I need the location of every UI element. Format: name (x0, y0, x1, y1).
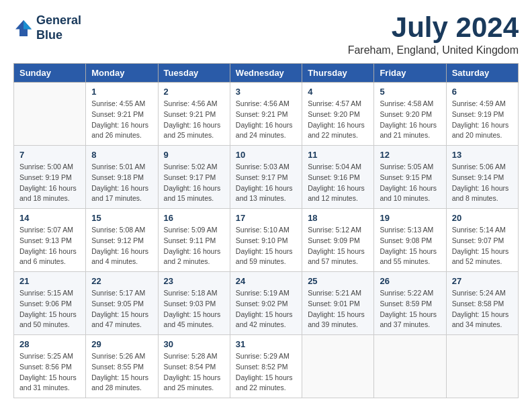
day-number: 5 (380, 87, 440, 97)
day-info: Sunrise: 5:00 AMSunset: 9:19 PMDaylight:… (19, 162, 80, 204)
calendar-cell: 30Sunrise: 5:28 AMSunset: 8:54 PMDayligh… (158, 335, 230, 398)
calendar-cell (302, 335, 374, 398)
day-number: 8 (91, 150, 152, 160)
day-info: Sunrise: 5:29 AMSunset: 8:52 PMDaylight:… (236, 351, 296, 394)
day-info: Sunrise: 5:12 AMSunset: 9:09 PMDaylight:… (308, 225, 368, 267)
day-number: 3 (236, 87, 296, 97)
calendar-cell: 27Sunrise: 5:24 AMSunset: 8:58 PMDayligh… (446, 272, 518, 335)
svg-marker-1 (24, 20, 32, 30)
weekday-header-monday: Monday (86, 64, 158, 83)
day-info: Sunrise: 5:02 AMSunset: 9:17 PMDaylight:… (164, 162, 224, 204)
calendar-week-1: 1Sunrise: 4:55 AMSunset: 9:21 PMDaylight… (14, 83, 519, 146)
weekday-header-tuesday: Tuesday (158, 64, 230, 83)
calendar-cell (446, 335, 518, 398)
day-number: 22 (91, 276, 152, 286)
day-info: Sunrise: 5:03 AMSunset: 9:17 PMDaylight:… (236, 162, 296, 204)
calendar-cell: 29Sunrise: 5:26 AMSunset: 8:55 PMDayligh… (86, 335, 158, 398)
location: Fareham, England, United Kingdom (348, 44, 519, 56)
calendar-cell (14, 83, 86, 146)
day-info: Sunrise: 5:14 AMSunset: 9:07 PMDaylight:… (452, 225, 513, 267)
day-number: 25 (308, 276, 368, 286)
calendar-table: SundayMondayTuesdayWednesdayThursdayFrid… (13, 63, 519, 398)
day-info: Sunrise: 5:09 AMSunset: 9:11 PMDaylight:… (164, 225, 224, 267)
weekday-header-sunday: Sunday (14, 64, 86, 83)
calendar-cell: 13Sunrise: 5:06 AMSunset: 9:14 PMDayligh… (446, 146, 518, 209)
calendar-cell: 12Sunrise: 5:05 AMSunset: 9:15 PMDayligh… (374, 146, 446, 209)
month-title: July 2024 (348, 13, 519, 42)
calendar-cell: 26Sunrise: 5:22 AMSunset: 8:59 PMDayligh… (374, 272, 446, 335)
day-number: 13 (452, 150, 513, 160)
day-number: 30 (164, 339, 224, 349)
day-info: Sunrise: 5:07 AMSunset: 9:13 PMDaylight:… (19, 225, 80, 267)
day-number: 9 (164, 150, 224, 160)
calendar-cell: 17Sunrise: 5:10 AMSunset: 9:10 PMDayligh… (230, 209, 302, 272)
calendar-cell: 1Sunrise: 4:55 AMSunset: 9:21 PMDaylight… (86, 83, 158, 146)
day-info: Sunrise: 4:57 AMSunset: 9:20 PMDaylight:… (308, 99, 368, 141)
calendar-cell: 15Sunrise: 5:08 AMSunset: 9:12 PMDayligh… (86, 209, 158, 272)
calendar-cell (374, 335, 446, 398)
day-number: 23 (164, 276, 224, 286)
calendar-cell: 6Sunrise: 4:59 AMSunset: 9:19 PMDaylight… (446, 83, 518, 146)
day-number: 1 (91, 87, 152, 97)
day-info: Sunrise: 5:24 AMSunset: 8:58 PMDaylight:… (452, 288, 513, 330)
day-number: 2 (164, 87, 224, 97)
day-number: 29 (91, 339, 152, 349)
weekday-header-saturday: Saturday (446, 64, 518, 83)
day-number: 10 (236, 150, 296, 160)
title-block: July 2024 Fareham, England, United Kingd… (348, 13, 519, 56)
day-info: Sunrise: 5:13 AMSunset: 9:08 PMDaylight:… (380, 225, 440, 267)
calendar-cell: 11Sunrise: 5:04 AMSunset: 9:16 PMDayligh… (302, 146, 374, 209)
calendar-cell: 31Sunrise: 5:29 AMSunset: 8:52 PMDayligh… (230, 335, 302, 398)
logo-text: General Blue (36, 13, 81, 42)
calendar-cell: 3Sunrise: 4:56 AMSunset: 9:21 PMDaylight… (230, 83, 302, 146)
day-info: Sunrise: 5:08 AMSunset: 9:12 PMDaylight:… (91, 225, 152, 267)
calendar-cell: 16Sunrise: 5:09 AMSunset: 9:11 PMDayligh… (158, 209, 230, 272)
day-number: 18 (308, 213, 368, 223)
calendar-cell: 5Sunrise: 4:58 AMSunset: 9:20 PMDaylight… (374, 83, 446, 146)
calendar-week-4: 21Sunrise: 5:15 AMSunset: 9:06 PMDayligh… (14, 272, 519, 335)
logo-icon (13, 18, 34, 38)
calendar-cell: 20Sunrise: 5:14 AMSunset: 9:07 PMDayligh… (446, 209, 518, 272)
calendar-cell: 10Sunrise: 5:03 AMSunset: 9:17 PMDayligh… (230, 146, 302, 209)
day-info: Sunrise: 4:55 AMSunset: 9:21 PMDaylight:… (91, 99, 152, 141)
calendar-cell: 14Sunrise: 5:07 AMSunset: 9:13 PMDayligh… (14, 209, 86, 272)
day-info: Sunrise: 5:18 AMSunset: 9:03 PMDaylight:… (164, 288, 224, 330)
day-info: Sunrise: 5:28 AMSunset: 8:54 PMDaylight:… (164, 351, 224, 394)
calendar-cell: 9Sunrise: 5:02 AMSunset: 9:17 PMDaylight… (158, 146, 230, 209)
calendar-week-3: 14Sunrise: 5:07 AMSunset: 9:13 PMDayligh… (14, 209, 519, 272)
logo: General Blue (13, 13, 81, 42)
day-info: Sunrise: 5:06 AMSunset: 9:14 PMDaylight:… (452, 162, 513, 204)
calendar-cell: 28Sunrise: 5:25 AMSunset: 8:56 PMDayligh… (14, 335, 86, 398)
day-number: 6 (452, 87, 513, 97)
day-number: 4 (308, 87, 368, 97)
day-info: Sunrise: 4:56 AMSunset: 9:21 PMDaylight:… (164, 99, 224, 141)
weekday-header-thursday: Thursday (302, 64, 374, 83)
day-number: 27 (452, 276, 513, 286)
calendar-cell: 24Sunrise: 5:19 AMSunset: 9:02 PMDayligh… (230, 272, 302, 335)
day-info: Sunrise: 5:10 AMSunset: 9:10 PMDaylight:… (236, 225, 296, 267)
day-info: Sunrise: 5:04 AMSunset: 9:16 PMDaylight:… (308, 162, 368, 204)
day-number: 7 (19, 150, 80, 160)
calendar-cell: 8Sunrise: 5:01 AMSunset: 9:18 PMDaylight… (86, 146, 158, 209)
day-number: 24 (236, 276, 296, 286)
day-info: Sunrise: 5:01 AMSunset: 9:18 PMDaylight:… (91, 162, 152, 204)
day-info: Sunrise: 4:58 AMSunset: 9:20 PMDaylight:… (380, 99, 440, 141)
day-info: Sunrise: 5:22 AMSunset: 8:59 PMDaylight:… (380, 288, 440, 330)
day-number: 16 (164, 213, 224, 223)
day-info: Sunrise: 4:59 AMSunset: 9:19 PMDaylight:… (452, 99, 513, 141)
day-number: 28 (19, 339, 80, 349)
calendar-cell: 21Sunrise: 5:15 AMSunset: 9:06 PMDayligh… (14, 272, 86, 335)
calendar-cell: 22Sunrise: 5:17 AMSunset: 9:05 PMDayligh… (86, 272, 158, 335)
day-info: Sunrise: 5:19 AMSunset: 9:02 PMDaylight:… (236, 288, 296, 330)
day-number: 14 (19, 213, 80, 223)
calendar-cell: 2Sunrise: 4:56 AMSunset: 9:21 PMDaylight… (158, 83, 230, 146)
day-number: 20 (452, 213, 513, 223)
day-info: Sunrise: 5:21 AMSunset: 9:01 PMDaylight:… (308, 288, 368, 330)
day-number: 11 (308, 150, 368, 160)
page-header: General Blue July 2024 Fareham, England,… (13, 13, 519, 56)
calendar-cell: 19Sunrise: 5:13 AMSunset: 9:08 PMDayligh… (374, 209, 446, 272)
day-info: Sunrise: 5:17 AMSunset: 9:05 PMDaylight:… (91, 288, 152, 330)
calendar-cell: 4Sunrise: 4:57 AMSunset: 9:20 PMDaylight… (302, 83, 374, 146)
day-info: Sunrise: 5:05 AMSunset: 9:15 PMDaylight:… (380, 162, 440, 204)
day-info: Sunrise: 5:15 AMSunset: 9:06 PMDaylight:… (19, 288, 80, 330)
